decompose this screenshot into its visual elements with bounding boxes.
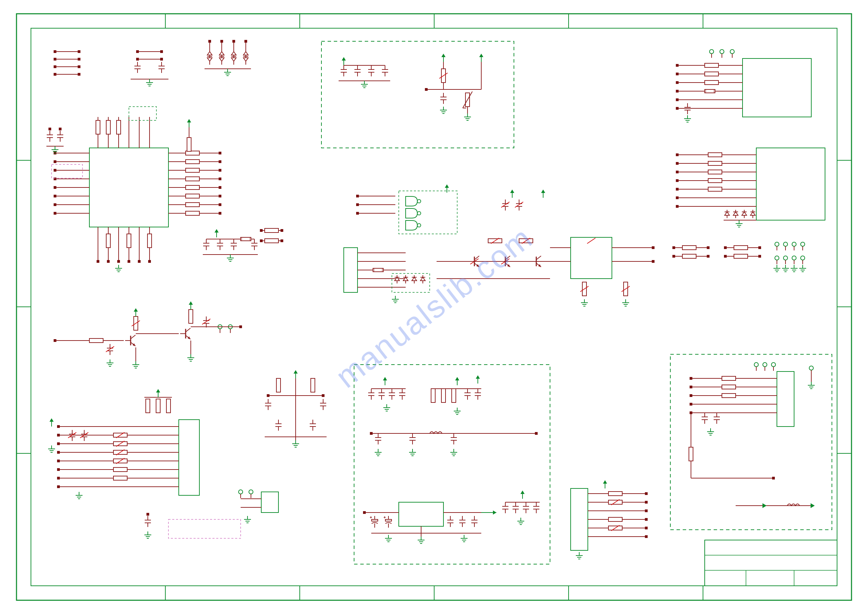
decouple-left [46,127,64,153]
net-labels-top-left [54,50,81,76]
res-island-right [673,246,761,258]
svg-rect-174 [179,420,199,495]
conn-top-right-1 [676,50,811,122]
cap-decouple-mid [203,229,283,261]
svg-rect-156 [392,274,430,292]
svg-rect-160 [570,237,612,278]
svg-rect-117 [129,107,157,120]
pullup-ic [187,119,191,151]
esd-array-top [205,40,251,76]
conn-small-right [570,480,648,559]
single-cap-below [144,513,151,538]
svg-rect-194 [399,502,443,526]
caps-block-top [131,50,169,86]
dashed-top-center [321,41,514,148]
conn-top-right-2 [676,148,825,227]
tp-row [773,242,806,272]
title-block [705,540,837,586]
svg-rect-208 [777,372,794,426]
tp-pair [239,490,279,523]
schematic-canvas [0,0,868,614]
svg-rect-207 [670,354,832,530]
dnp-box [169,519,241,538]
svg-rect-184 [261,492,279,513]
svg-rect-200 [570,488,588,550]
svg-rect-150 [344,248,358,292]
svg-rect-130 [742,59,811,117]
svg-rect-77 [321,41,514,148]
arrow-only [736,503,815,508]
ic-main [54,107,222,272]
svg-marker-218 [763,503,767,508]
conn-bottom-left [48,389,199,499]
svg-marker-219 [811,503,815,508]
cross-caps [265,370,327,447]
dashed-bottom-right [670,354,832,530]
bjt-stage-left [54,301,242,368]
svg-rect-60 [705,540,837,586]
svg-rect-86 [89,148,169,227]
svg-rect-137 [756,148,825,220]
driver-center [344,184,654,306]
dashed-bottom-center [354,365,550,564]
